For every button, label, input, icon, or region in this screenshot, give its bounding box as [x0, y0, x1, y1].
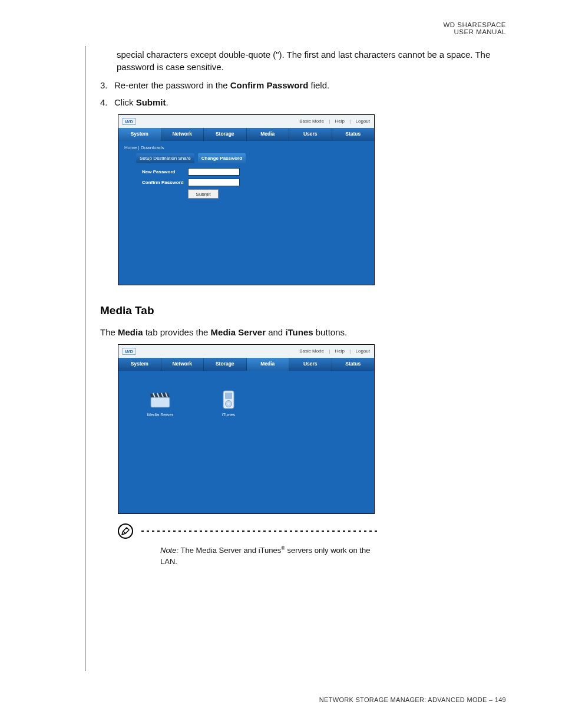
page-footer: NETWORK STORAGE MANAGER: ADVANCED MODE –…: [319, 696, 506, 703]
top-links: Basic Mode | Help | Logout: [296, 118, 370, 124]
tab-status[interactable]: Status: [332, 128, 375, 141]
itunes-label: iTunes: [222, 412, 235, 419]
clapperboard-icon: [150, 391, 171, 409]
logout-link[interactable]: Logout: [356, 348, 370, 354]
breadcrumb[interactable]: Home | Downloads: [118, 141, 374, 153]
subtab-change-password[interactable]: Change Password: [198, 153, 246, 163]
subtab-destination[interactable]: Setup Destination Share: [136, 153, 194, 163]
media-server-label: Media Server: [147, 412, 174, 419]
tab-users[interactable]: Users: [289, 128, 332, 141]
screenshot-change-password: WD Basic Mode | Help | Logout System Net…: [118, 114, 375, 285]
step-list: 3.Re-enter the password in the Confirm P…: [100, 79, 513, 108]
main-tabs: System Network Storage Media Users Statu…: [118, 128, 374, 141]
svg-point-13: [227, 403, 230, 405]
submit-button[interactable]: Submit: [188, 189, 219, 199]
step-3: 3.Re-enter the password in the Confirm P…: [100, 79, 513, 91]
basic-mode-link[interactable]: Basic Mode: [299, 348, 324, 354]
page-header: WD SHARESPACE USER MANUAL: [443, 21, 506, 35]
media-intro: The Media tab provides the Media Server …: [100, 326, 513, 338]
tab-system[interactable]: System: [118, 358, 161, 371]
tab-network[interactable]: Network: [161, 128, 204, 141]
svg-text:WD: WD: [125, 119, 133, 124]
row-new-password: New Password: [142, 168, 351, 176]
screenshot-media-tab: WD Basic Mode | Help | Logout System Net…: [118, 344, 375, 515]
note-block: Note: The Media Server and iTunes® serve…: [118, 523, 377, 567]
note-pencil-icon: [118, 523, 133, 539]
wd-logo-icon: WD: [123, 348, 135, 355]
page-content: special characters except double-quote (…: [100, 48, 513, 567]
help-link[interactable]: Help: [335, 348, 345, 354]
password-form: New Password Confirm Password Submit: [118, 167, 374, 208]
screenshot-pad: [118, 427, 374, 513]
dotted-rule: [141, 531, 377, 532]
note-label: Note:: [160, 546, 178, 555]
main-tabs: System Network Storage Media Users Statu…: [118, 358, 374, 371]
wd-logo-icon: WD: [123, 118, 135, 125]
tab-users[interactable]: Users: [289, 358, 332, 371]
sub-tabs: Setup Destination Share Change Password: [118, 153, 374, 167]
header-doc: USER MANUAL: [443, 28, 506, 35]
label-new-password: New Password: [142, 169, 188, 175]
tab-status[interactable]: Status: [332, 358, 375, 371]
heading-media-tab: Media Tab: [100, 303, 513, 319]
logout-link[interactable]: Logout: [356, 118, 370, 124]
note-rule-row: [118, 523, 377, 539]
svg-line-14: [123, 531, 125, 533]
label-confirm-password: Confirm Password: [142, 179, 188, 186]
tab-storage[interactable]: Storage: [204, 128, 247, 141]
svg-rect-4: [151, 397, 170, 407]
top-links: Basic Mode | Help | Logout: [296, 348, 370, 354]
app-top-bar: WD Basic Mode | Help | Logout: [118, 345, 374, 358]
row-confirm-password: Confirm Password: [142, 179, 351, 186]
note-text: Note: The Media Server and iTunes® serve…: [160, 545, 377, 567]
tab-media[interactable]: Media: [247, 128, 290, 141]
itunes-button[interactable]: iTunes: [208, 387, 249, 422]
tab-media[interactable]: Media: [247, 358, 290, 371]
input-confirm-password[interactable]: [188, 179, 240, 186]
tab-system[interactable]: System: [118, 128, 161, 141]
screenshot-pad: [118, 208, 374, 285]
basic-mode-link[interactable]: Basic Mode: [299, 118, 324, 124]
media-server-button[interactable]: Media Server: [140, 387, 181, 422]
margin-rule: [85, 46, 85, 671]
input-new-password[interactable]: [188, 168, 240, 176]
step-4: 4.Click Submit.: [100, 96, 513, 108]
help-link[interactable]: Help: [335, 118, 345, 124]
intro-continuation: special characters except double-quote (…: [117, 48, 513, 73]
tab-storage[interactable]: Storage: [204, 358, 247, 371]
svg-text:WD: WD: [125, 349, 133, 354]
step-num: 3.: [100, 79, 114, 91]
tab-network[interactable]: Network: [161, 358, 204, 371]
media-icons: Media Server iTunes: [118, 371, 374, 428]
svg-rect-11: [225, 393, 232, 399]
header-product: WD SHARESPACE: [443, 21, 506, 28]
app-top-bar: WD Basic Mode | Help | Logout: [118, 115, 374, 128]
ipod-icon: [218, 391, 239, 409]
step-num: 4.: [100, 96, 114, 108]
